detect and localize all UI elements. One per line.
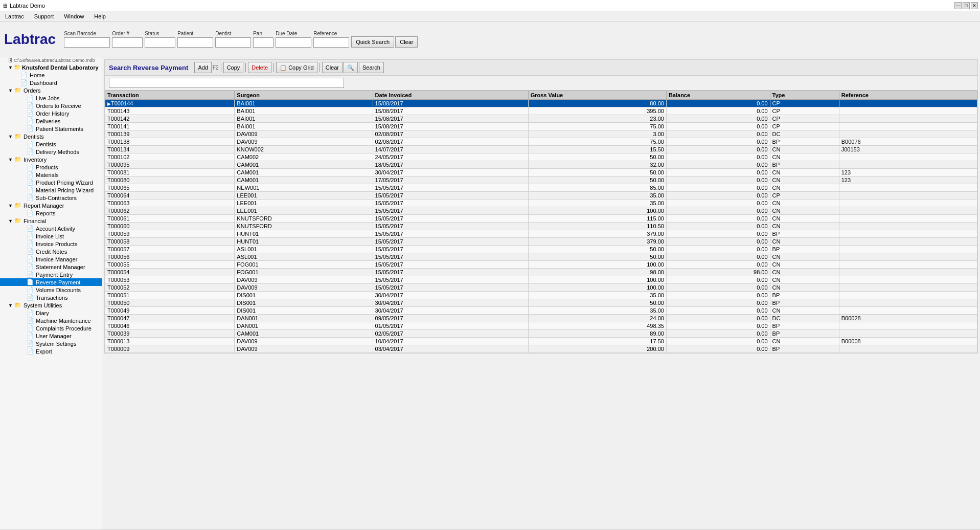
- sidebar-item-financial[interactable]: ▼📁Financial: [0, 217, 102, 225]
- table-row[interactable]: T000052 DAV009 15/05/2017 100.00 0.00 CN: [105, 284, 977, 292]
- sidebar-item-diary[interactable]: 📄Diary: [0, 309, 102, 317]
- search-button[interactable]: Search: [359, 62, 384, 73]
- status-input[interactable]: [145, 37, 175, 48]
- sidebar-item-dashboard[interactable]: 📄Dashboard: [0, 79, 102, 86]
- table-row[interactable]: T000064 LEE001 15/05/2017 35.00 0.00 CP: [105, 192, 977, 200]
- sidebar-item-products[interactable]: 📄Products: [0, 163, 102, 171]
- table-row[interactable]: T000081 CAM001 30/04/2017 50.00 0.00 CN …: [105, 169, 977, 176]
- table-row[interactable]: T000053 DAV009 15/05/2017 100.00 0.00 CN: [105, 276, 977, 284]
- sidebar-item-invoice-products[interactable]: 📄Invoice Products: [0, 240, 102, 248]
- sidebar-item-orders-to-receive[interactable]: 📄Orders to Receive: [0, 102, 102, 109]
- sidebar-item-user-manager[interactable]: 📄User Manager: [0, 332, 102, 340]
- table-row[interactable]: ▶T000144 BAI001 15/08/2017 80.00 0.00 CP: [105, 100, 977, 107]
- maximize-button[interactable]: □: [963, 2, 970, 9]
- add-button[interactable]: Add: [194, 62, 212, 73]
- table-row[interactable]: T000080 CAM001 17/05/2017 50.00 0.00 CN …: [105, 176, 977, 184]
- sidebar-item-patient-statements[interactable]: 📄Patient Statements: [0, 125, 102, 132]
- menu-help[interactable]: Help: [91, 12, 109, 20]
- sidebar-company[interactable]: ▼ 📁 Knutsford Dental Laboratory: [0, 63, 102, 71]
- table-row[interactable]: T000046 DAN001 01/05/2017 498.35 0.00 BP: [105, 322, 977, 330]
- sidebar-item-transactions[interactable]: 📄Transactions: [0, 294, 102, 301]
- table-row[interactable]: T000139 DAV009 02/08/2017 3.00 0.00 DC: [105, 130, 977, 138]
- table-row[interactable]: T000102 CAM002 24/05/2017 50.00 0.00 CN: [105, 153, 977, 161]
- table-row[interactable]: T000143 BAI001 15/08/2017 395.00 0.00 CP: [105, 107, 977, 115]
- sidebar-item-export[interactable]: 📄Export: [0, 347, 102, 355]
- sidebar-item-product-pricing-wizard[interactable]: 📄Product Pricing Wizard: [0, 179, 102, 186]
- table-row[interactable]: T000009 DAV009 03/04/2017 200.00 0.00 BP: [105, 345, 977, 353]
- sidebar-item-sub-contractors[interactable]: 📄Sub-Contractors: [0, 194, 102, 202]
- sidebar-item-order-history[interactable]: 📄Order History: [0, 109, 102, 117]
- order-input[interactable]: [112, 37, 143, 48]
- due-date-input[interactable]: [276, 37, 311, 48]
- table-row[interactable]: T000051 DIS001 30/04/2017 35.00 0.00 BP: [105, 292, 977, 299]
- sidebar-item-credit-notes[interactable]: 📄Credit Notes: [0, 248, 102, 255]
- sidebar-item-materials[interactable]: 📄Materials: [0, 171, 102, 179]
- table-row[interactable]: T000134 KNOW002 14/07/2017 15.50 0.00 CN…: [105, 146, 977, 153]
- table-row[interactable]: T000061 KNUTSFORD 15/05/2017 115.00 0.00…: [105, 215, 977, 223]
- menu-labtrac[interactable]: Labtrac: [2, 12, 27, 20]
- sidebar-item-invoice-list[interactable]: 📄Invoice List: [0, 232, 102, 240]
- sidebar-item-volume-discounts[interactable]: 📄Volume Discounts: [0, 286, 102, 294]
- sidebar-item-report-manager[interactable]: ▼📁Report Manager: [0, 202, 102, 209]
- table-row[interactable]: T000013 DAV009 10/04/2017 17.50 0.00 CN …: [105, 338, 977, 345]
- table-row[interactable]: T000142 BAI001 15/08/2017 23.00 0.00 CP: [105, 115, 977, 123]
- table-row[interactable]: T000138 DAV009 02/08/2017 75.00 0.00 BP …: [105, 138, 977, 146]
- sidebar-item-machine-maintenance[interactable]: 📄Machine Maintenance: [0, 317, 102, 324]
- table-row[interactable]: T000063 LEE001 15/05/2017 35.00 0.00 CN: [105, 200, 977, 207]
- sidebar-item-dentists-list[interactable]: 📄Dentists: [0, 140, 102, 148]
- sidebar-item-dentists[interactable]: ▼📁Dentists: [0, 132, 102, 140]
- table-row[interactable]: T000050 DIS001 30/04/2017 50.00 0.00 BP: [105, 299, 977, 307]
- table-row[interactable]: T000060 KNUTSFORD 15/05/2017 110.50 0.00…: [105, 223, 977, 230]
- quick-search-button[interactable]: Quick Search: [351, 36, 394, 48]
- copy-button[interactable]: Copy: [223, 62, 244, 73]
- table-row[interactable]: T000056 ASL001 15/05/2017 50.00 0.00 CN: [105, 253, 977, 261]
- menu-window[interactable]: Window: [61, 12, 87, 20]
- table-row[interactable]: T000095 CAM001 18/05/2017 32.00 0.00 BP: [105, 161, 977, 169]
- table-row[interactable]: T000062 LEE001 15/05/2017 100.00 0.00 CN: [105, 207, 977, 215]
- clear-toolbar-button[interactable]: Clear: [395, 36, 418, 48]
- table-row[interactable]: T000057 ASL001 15/05/2017 50.00 0.00 BP: [105, 246, 977, 253]
- table-row[interactable]: T000065 NEW001 15/05/2017 85.00 0.00 CN: [105, 184, 977, 192]
- sidebar-item-material-pricing-wizard[interactable]: 📄Material Pricing Wizard: [0, 186, 102, 194]
- sidebar-item-complaints-procedure[interactable]: 📄Complaints Procedure: [0, 324, 102, 332]
- sidebar-item-reverse-payment[interactable]: 📄Reverse Payment: [0, 278, 102, 286]
- table-row[interactable]: T000059 HUNT01 15/05/2017 379.00 0.00 BP: [105, 230, 977, 238]
- sidebar-item-system-utilities[interactable]: ▼📁System Utilities: [0, 301, 102, 309]
- table-row[interactable]: T000054 FOG001 15/05/2017 98.00 98.00 CN: [105, 269, 977, 276]
- cell-date: 15/05/2017: [373, 223, 528, 230]
- sidebar-item-system-settings[interactable]: 📄System Settings: [0, 340, 102, 347]
- sidebar-item-delivery-methods[interactable]: 📄Delivery Methods: [0, 148, 102, 156]
- sidebar-item-reports[interactable]: 📄Reports: [0, 209, 102, 217]
- copy-grid-button[interactable]: 📋 Copy Grid: [276, 62, 317, 73]
- scan-barcode-input[interactable]: [64, 37, 110, 48]
- cell-surgeon: LEE001: [235, 207, 373, 215]
- clear-search-button[interactable]: Clear: [322, 62, 343, 73]
- patient-input[interactable]: [177, 37, 213, 48]
- table-row[interactable]: T000055 FOG001 15/05/2017 100.00 0.00 CN: [105, 261, 977, 269]
- find-button[interactable]: 🔍: [344, 62, 358, 73]
- table-row[interactable]: T000047 DAN001 09/05/2017 24.00 0.00 DC …: [105, 315, 977, 322]
- sidebar-item-payment-entry[interactable]: 📄Payment Entry: [0, 271, 102, 278]
- table-row[interactable]: T000058 HUNT01 15/05/2017 379.00 0.00 CN: [105, 238, 977, 246]
- sidebar-item-inventory[interactable]: ▼📁Inventory: [0, 156, 102, 163]
- sidebar-item-statement-manager[interactable]: 📄Statement Manager: [0, 263, 102, 271]
- sidebar-item-home[interactable]: 📄Home: [0, 71, 102, 79]
- table-row[interactable]: T000049 DIS001 30/04/2017 35.00 0.00 CN: [105, 307, 977, 315]
- table-row[interactable]: T000039 CAM001 02/05/2017 89.00 0.00 BP: [105, 330, 977, 338]
- table-row[interactable]: T000141 BAI001 15/08/2017 75.00 0.00 CP: [105, 123, 977, 130]
- filter-input[interactable]: [109, 78, 344, 88]
- sidebar-item-account-activity[interactable]: 📄Account Activity: [0, 225, 102, 232]
- sidebar-item-orders[interactable]: ▼📁Orders: [0, 86, 102, 94]
- cell-gross: 50.00: [528, 153, 666, 161]
- delete-button[interactable]: Delete: [248, 62, 271, 73]
- close-button[interactable]: ✕: [971, 2, 978, 9]
- reference-input[interactable]: [313, 37, 349, 48]
- pan-input[interactable]: [253, 37, 274, 48]
- dentist-input[interactable]: [215, 37, 251, 48]
- minimize-button[interactable]: —: [954, 2, 962, 9]
- sidebar-item-live-jobs[interactable]: 📄Live Jobs: [0, 94, 102, 102]
- sidebar-item-invoice-manager[interactable]: 📄Invoice Manager: [0, 255, 102, 263]
- sidebar-item-deliveries[interactable]: 📄Deliveries: [0, 117, 102, 125]
- sidebar-label-products: Products: [36, 164, 58, 170]
- menu-support[interactable]: Support: [31, 12, 57, 20]
